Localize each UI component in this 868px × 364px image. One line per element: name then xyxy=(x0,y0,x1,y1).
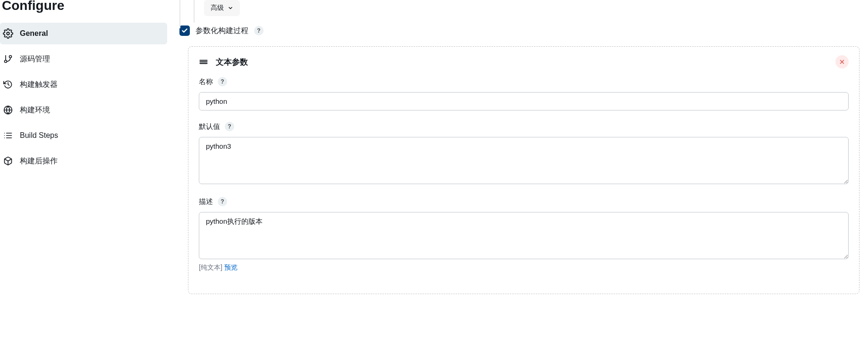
panel-header: 文本参数 xyxy=(199,55,849,68)
help-icon[interactable]: ? xyxy=(254,26,264,35)
clock-icon xyxy=(3,79,13,90)
help-icon[interactable]: ? xyxy=(218,77,227,86)
main-content: 高级 参数化构建过程 ? 文本参数 xyxy=(179,0,859,364)
sidebar-item-label: 构建环境 xyxy=(20,105,50,115)
sidebar-item-triggers[interactable]: 构建触发器 xyxy=(0,74,167,95)
close-icon xyxy=(839,59,845,65)
parameterized-row: 参数化构建过程 ? xyxy=(179,25,859,36)
default-label: 默认值 xyxy=(199,122,220,131)
sidebar-item-build-steps[interactable]: Build Steps xyxy=(0,125,167,146)
default-group: 默认值 ? xyxy=(199,122,849,186)
top-row: 高级 xyxy=(179,0,859,25)
sidebar-nav: General 源码管理 构建触发器 构建环境 xyxy=(0,23,175,172)
gear-icon xyxy=(3,28,13,39)
preview-link[interactable]: 预览 xyxy=(224,263,238,271)
help-icon[interactable]: ? xyxy=(218,197,227,206)
list-icon xyxy=(3,130,13,141)
sidebar-item-source[interactable]: 源码管理 xyxy=(0,48,167,70)
default-textarea[interactable] xyxy=(199,137,849,184)
text-parameter-panel: 文本参数 名称 ? 默认值 ? xyxy=(188,46,859,294)
description-footer: [纯文本] 预览 xyxy=(199,263,849,272)
description-label: 描述 xyxy=(199,197,213,206)
delete-button[interactable] xyxy=(835,55,849,68)
sidebar: Configure General 源码管理 构建触发器 xyxy=(0,0,179,364)
package-icon xyxy=(3,156,13,166)
parameterized-label: 参数化构建过程 xyxy=(196,26,248,36)
sidebar-item-label: 构建后操作 xyxy=(20,156,58,166)
description-group: 描述 ? [纯文本] 预览 xyxy=(199,197,849,272)
check-icon xyxy=(181,27,188,34)
divider xyxy=(179,0,180,28)
name-label: 名称 xyxy=(199,77,213,86)
advanced-label: 高级 xyxy=(211,4,224,12)
description-textarea[interactable] xyxy=(199,212,849,259)
advanced-button[interactable]: 高级 xyxy=(204,0,240,16)
sidebar-item-label: Build Steps xyxy=(20,131,58,140)
chevron-down-icon xyxy=(228,5,233,11)
drag-handle-icon[interactable] xyxy=(199,57,208,67)
sidebar-item-general[interactable]: General xyxy=(0,23,167,44)
sidebar-item-environment[interactable]: 构建环境 xyxy=(0,99,167,121)
panel-title: 文本参数 xyxy=(216,57,248,68)
sidebar-item-label: 构建触发器 xyxy=(20,80,58,90)
parameterized-checkbox[interactable] xyxy=(179,25,190,36)
sidebar-item-label: General xyxy=(20,29,48,38)
help-icon[interactable]: ? xyxy=(225,122,234,131)
branch-icon xyxy=(3,54,13,64)
page-title: Configure xyxy=(0,0,175,23)
name-input[interactable] xyxy=(199,92,849,110)
svg-point-0 xyxy=(7,32,9,35)
sidebar-item-post-build[interactable]: 构建后操作 xyxy=(0,150,167,172)
plain-text-label: [纯文本] xyxy=(199,263,222,271)
sidebar-item-label: 源码管理 xyxy=(20,54,50,64)
globe-icon xyxy=(3,105,13,115)
divider xyxy=(194,0,195,23)
name-group: 名称 ? xyxy=(199,77,849,110)
